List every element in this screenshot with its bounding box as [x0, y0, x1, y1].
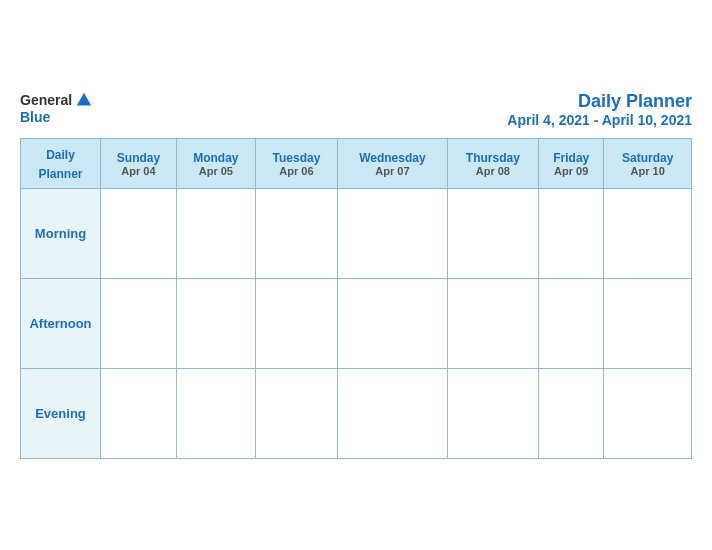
cell-evening-wednesday[interactable]: [338, 369, 447, 459]
cell-afternoon-thursday[interactable]: [447, 279, 538, 369]
cell-afternoon-friday[interactable]: [539, 279, 604, 369]
day-name-monday: Monday: [181, 151, 251, 165]
day-date-monday: Apr 05: [181, 165, 251, 177]
cell-afternoon-sunday[interactable]: [101, 279, 177, 369]
col-header-thursday: Thursday Apr 08: [447, 138, 538, 189]
logo-area: General Blue: [20, 91, 93, 125]
svg-marker-0: [77, 93, 91, 106]
day-date-friday: Apr 09: [543, 165, 599, 177]
col-header-wednesday: Wednesday Apr 07: [338, 138, 447, 189]
logo-text: General: [20, 91, 93, 109]
cell-morning-tuesday[interactable]: [255, 189, 337, 279]
logo-blue-text-row: Blue: [20, 109, 50, 125]
date-range: April 4, 2021 - April 10, 2021: [507, 112, 692, 128]
day-name-sunday: Sunday: [105, 151, 172, 165]
logo-blue-text: Blue: [20, 109, 50, 125]
cell-morning-monday[interactable]: [176, 189, 255, 279]
main-title: Daily Planner: [507, 91, 692, 112]
day-date-saturday: Apr 10: [608, 165, 687, 177]
cell-morning-thursday[interactable]: [447, 189, 538, 279]
cell-evening-thursday[interactable]: [447, 369, 538, 459]
page-wrapper: General Blue Daily Planner April 4, 2021…: [20, 91, 692, 460]
row-label-morning: Morning: [21, 189, 101, 279]
col-header-monday: Monday Apr 05: [176, 138, 255, 189]
col-header-sunday: Sunday Apr 04: [101, 138, 177, 189]
title-area: Daily Planner April 4, 2021 - April 10, …: [507, 91, 692, 128]
cell-evening-tuesday[interactable]: [255, 369, 337, 459]
cell-afternoon-monday[interactable]: [176, 279, 255, 369]
day-name-thursday: Thursday: [452, 151, 534, 165]
header-row: DailyPlanner Sunday Apr 04 Monday Apr 05…: [21, 138, 692, 189]
day-date-thursday: Apr 08: [452, 165, 534, 177]
day-name-wednesday: Wednesday: [342, 151, 442, 165]
calendar-table: DailyPlanner Sunday Apr 04 Monday Apr 05…: [20, 138, 692, 460]
day-name-tuesday: Tuesday: [260, 151, 333, 165]
col-header-friday: Friday Apr 09: [539, 138, 604, 189]
col-header-saturday: Saturday Apr 10: [604, 138, 692, 189]
row-evening: Evening: [21, 369, 692, 459]
cell-evening-sunday[interactable]: [101, 369, 177, 459]
cell-morning-sunday[interactable]: [101, 189, 177, 279]
cell-evening-friday[interactable]: [539, 369, 604, 459]
row-label-evening: Evening: [21, 369, 101, 459]
day-date-tuesday: Apr 06: [260, 165, 333, 177]
cell-morning-friday[interactable]: [539, 189, 604, 279]
logo-general-text: General: [20, 92, 72, 108]
day-name-friday: Friday: [543, 151, 599, 165]
cell-afternoon-tuesday[interactable]: [255, 279, 337, 369]
first-header-text: DailyPlanner: [38, 148, 82, 181]
first-header-cell: DailyPlanner: [21, 138, 101, 189]
day-date-wednesday: Apr 07: [342, 165, 442, 177]
row-morning: Morning: [21, 189, 692, 279]
row-label-afternoon: Afternoon: [21, 279, 101, 369]
cell-evening-monday[interactable]: [176, 369, 255, 459]
day-name-saturday: Saturday: [608, 151, 687, 165]
cell-afternoon-wednesday[interactable]: [338, 279, 447, 369]
cell-morning-wednesday[interactable]: [338, 189, 447, 279]
cell-evening-saturday[interactable]: [604, 369, 692, 459]
generalblue-logo-icon: [75, 91, 93, 109]
row-afternoon: Afternoon: [21, 279, 692, 369]
col-header-tuesday: Tuesday Apr 06: [255, 138, 337, 189]
cell-morning-saturday[interactable]: [604, 189, 692, 279]
header: General Blue Daily Planner April 4, 2021…: [20, 91, 692, 128]
cell-afternoon-saturday[interactable]: [604, 279, 692, 369]
day-date-sunday: Apr 04: [105, 165, 172, 177]
